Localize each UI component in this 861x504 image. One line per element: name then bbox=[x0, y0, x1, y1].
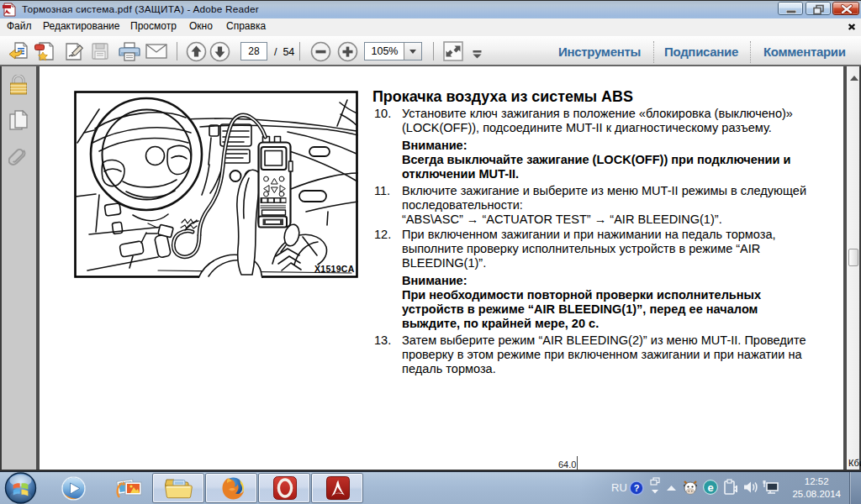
svg-text:e: e bbox=[707, 481, 713, 494]
svg-text:X1519CA: X1519CA bbox=[314, 264, 355, 274]
svg-text:?: ? bbox=[634, 483, 640, 493]
